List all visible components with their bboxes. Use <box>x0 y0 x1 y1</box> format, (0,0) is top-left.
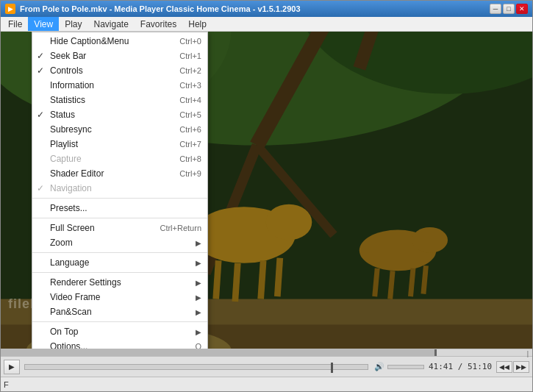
progress-bar[interactable] <box>24 364 368 370</box>
svg-line-22 <box>375 268 377 296</box>
menu-item-seek-bar[interactable]: ✓ Seek Bar Ctrl+1 <box>32 49 207 63</box>
view-dropdown-menu: Hide Caption&Menu Ctrl+0 ✓ Seek Bar Ctrl… <box>32 32 208 349</box>
menu-label-options: Options... <box>50 341 87 349</box>
window-title: From Pole to Pole.mkv - Media Player Cla… <box>20 4 301 13</box>
menu-item-renderer-settings[interactable]: Renderer Settings ▶ <box>32 275 207 290</box>
separator-5 <box>32 321 207 322</box>
menu-item-controls[interactable]: ✓ Controls Ctrl+2 <box>32 63 207 78</box>
title-bar-controls: ─ □ ✕ <box>490 4 528 14</box>
svg-point-20 <box>412 227 448 253</box>
svg-line-24 <box>410 268 412 296</box>
separator-2 <box>32 218 207 218</box>
menu-favorites[interactable]: Favorites <box>135 17 182 31</box>
menu-item-subresync[interactable]: Subresync Ctrl+6 <box>32 122 207 137</box>
menu-label-zoom: Zoom <box>50 238 73 248</box>
zoom-submenu-arrow: ▶ <box>181 239 201 247</box>
separator-4 <box>32 272 207 273</box>
language-submenu-arrow: ▶ <box>181 259 201 267</box>
menu-item-language[interactable]: Language ▶ <box>32 255 207 270</box>
separator-1 <box>32 198 207 199</box>
menu-item-information[interactable]: Information Ctrl+3 <box>32 78 207 93</box>
app-icon: ▶ <box>5 4 15 14</box>
check-status: ✓ <box>37 110 44 120</box>
menu-item-playlist[interactable]: Playlist Ctrl+7 <box>32 137 207 152</box>
menu-navigate[interactable]: Navigate <box>87 17 134 31</box>
menu-label-shader-editor: Shader Editor <box>50 168 104 179</box>
main-window: ▶ From Pole to Pole.mkv - Media Player C… <box>0 0 533 392</box>
video-frame-submenu-arrow: ▶ <box>181 293 201 302</box>
shortcut-hide-caption: Ctrl+0 <box>165 37 201 46</box>
menu-item-on-top[interactable]: On Top ▶ <box>32 324 207 339</box>
shortcut-controls: Ctrl+2 <box>165 66 201 75</box>
svg-line-18 <box>277 258 279 296</box>
menu-item-statistics[interactable]: Statistics Ctrl+4 <box>32 93 207 107</box>
nav-next-frame[interactable]: ▶▶ <box>513 361 529 373</box>
menu-item-capture: Capture Ctrl+8 <box>32 152 207 166</box>
svg-line-17 <box>261 260 263 299</box>
menu-item-options[interactable]: Options... O <box>32 339 207 349</box>
menu-label-hide-caption: Hide Caption&Menu <box>50 36 129 46</box>
menu-label-status: Status <box>50 110 75 120</box>
menu-file[interactable]: File <box>2 17 28 31</box>
menu-help[interactable]: Help <box>182 17 212 31</box>
volume-icon: 🔊 <box>373 362 386 371</box>
status-bar: F <box>1 377 532 391</box>
menu-label-presets: Presets... <box>50 203 87 213</box>
close-button[interactable]: ✕ <box>516 4 528 14</box>
menu-label-controls: Controls <box>50 65 83 76</box>
menu-label-navigation: Navigation <box>50 183 92 193</box>
svg-line-25 <box>423 266 426 293</box>
separator-3 <box>32 252 207 253</box>
svg-line-16 <box>235 263 237 302</box>
on-top-submenu-arrow: ▶ <box>181 328 201 336</box>
controls-bar: ▶ 🔊 41:41 / 51:10 ◀◀ ▶▶ <box>1 356 532 377</box>
menu-label-video-frame: Video Frame <box>50 292 100 302</box>
menu-label-capture: Capture <box>50 154 82 164</box>
shortcut-playlist: Ctrl+7 <box>165 140 201 149</box>
menu-item-shader-editor[interactable]: Shader Editor Ctrl+9 <box>32 166 207 181</box>
menu-label-statistics: Statistics <box>50 95 85 105</box>
menu-view[interactable]: View <box>28 17 59 31</box>
main-content: Hide Caption&Menu Ctrl+0 ✓ Seek Bar Ctrl… <box>1 32 532 349</box>
shortcut-subresync: Ctrl+6 <box>165 125 201 134</box>
seek-marker: | <box>527 350 529 357</box>
shortcut-statistics: Ctrl+4 <box>165 96 201 104</box>
menu-item-video-frame[interactable]: Video Frame ▶ <box>32 290 207 304</box>
menu-item-status[interactable]: ✓ Status Ctrl+5 <box>32 107 207 122</box>
menu-item-navigation: ✓ Navigation <box>32 181 207 196</box>
shortcut-options: O <box>180 342 201 349</box>
check-navigation: ✓ <box>37 183 44 193</box>
menu-label-information: Information <box>50 80 94 90</box>
menu-item-presets[interactable]: Presets... <box>32 201 207 215</box>
menu-label-subresync: Subresync <box>50 124 92 135</box>
svg-line-15 <box>216 260 218 299</box>
menu-label-seek-bar: Seek Bar <box>50 51 86 61</box>
menu-label-full-screen: Full Screen <box>50 223 95 233</box>
maximize-button[interactable]: □ <box>503 4 515 14</box>
menu-item-full-screen[interactable]: Full Screen Ctrl+Return <box>32 221 207 235</box>
shortcut-status: Ctrl+5 <box>165 110 201 119</box>
volume-bar[interactable] <box>387 365 424 369</box>
menu-item-pan-scan[interactable]: Pan&Scan ▶ <box>32 304 207 319</box>
menu-label-renderer-settings: Renderer Settings <box>50 277 121 288</box>
menu-label-playlist: Playlist <box>50 139 78 149</box>
minimize-button[interactable]: ─ <box>490 4 501 14</box>
seek-bar-container[interactable]: | <box>1 349 532 356</box>
shortcut-capture: Ctrl+8 <box>165 154 201 163</box>
menu-play[interactable]: Play <box>59 17 87 31</box>
check-seek-bar: ✓ <box>37 51 44 61</box>
play-button[interactable]: ▶ <box>4 360 20 374</box>
title-bar-left: ▶ From Pole to Pole.mkv - Media Player C… <box>5 4 301 14</box>
progress-thumb <box>331 363 333 373</box>
svg-point-13 <box>266 204 312 240</box>
menu-label-pan-scan: Pan&Scan <box>50 307 92 317</box>
check-controls: ✓ <box>37 65 44 76</box>
menu-label-on-top: On Top <box>50 327 78 337</box>
svg-line-23 <box>390 271 393 299</box>
shortcut-full-screen: Ctrl+Return <box>145 224 201 232</box>
menu-item-hide-caption[interactable]: Hide Caption&Menu Ctrl+0 <box>32 34 207 49</box>
menu-label-language: Language <box>50 257 89 268</box>
menu-item-zoom[interactable]: Zoom ▶ <box>32 235 207 250</box>
nav-prev-frame[interactable]: ◀◀ <box>496 361 512 373</box>
time-display: 41:41 / 51:10 <box>426 362 495 371</box>
